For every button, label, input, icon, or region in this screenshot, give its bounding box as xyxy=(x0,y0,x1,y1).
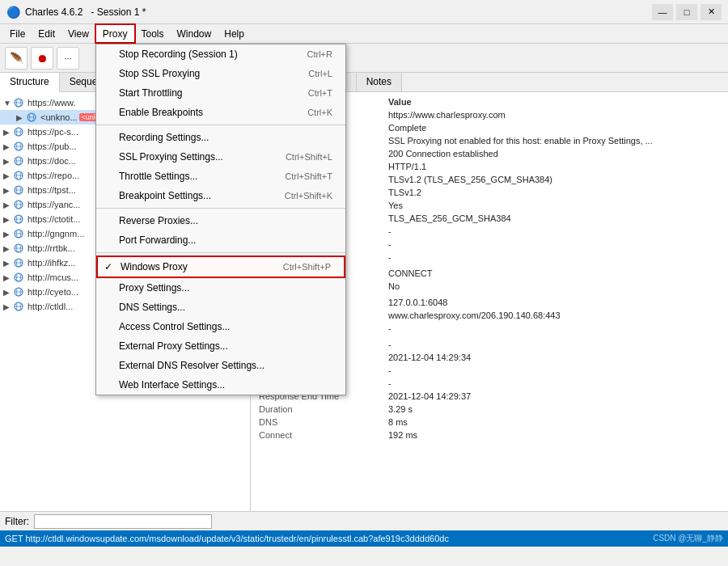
menu-file[interactable]: File xyxy=(3,24,32,43)
title-left: 🔵 Charles 4.6.2 - Session 1 * xyxy=(6,6,146,19)
summary-value: https://www.charlesproxy.com xyxy=(383,108,725,121)
proxy-menu-item-external-proxy[interactable]: External Proxy Settings... xyxy=(96,336,345,356)
menu-item-shortcut: Ctrl+L xyxy=(308,69,332,78)
menu-window[interactable]: Window xyxy=(171,24,218,43)
close-button[interactable]: ✕ xyxy=(700,4,722,20)
summary-value: No xyxy=(383,280,725,293)
tree-item-label: http://gngnm... xyxy=(28,229,84,239)
tree-item-label: https://www. xyxy=(28,98,75,108)
proxy-menu-item-port-forwarding[interactable]: Port Forwarding... xyxy=(96,230,345,250)
proxy-menu-item-recording-settings[interactable]: Recording Settings... xyxy=(96,128,345,147)
summary-row: Duration3.29 s xyxy=(254,403,725,416)
proxy-menu-item-web-interface[interactable]: Web Interface Settings... xyxy=(96,375,345,395)
summary-value: - xyxy=(383,377,725,390)
tab-notes[interactable]: Notes xyxy=(357,73,402,91)
proxy-menu-item-breakpoint-settings[interactable]: Breakpoint Settings...Ctrl+Shift+K xyxy=(96,186,345,205)
tree-item-label: https://doc... xyxy=(28,156,76,166)
tree-item-label: http://cyeto... xyxy=(28,287,78,297)
menu-item-label: Start Throttling xyxy=(119,87,182,99)
summary-row: DNS8 ms xyxy=(254,416,725,429)
status-text: GET http://ctldl.windowsupdate.com/msdow… xyxy=(5,534,449,543)
proxy-menu-item-proxy-settings[interactable]: Proxy Settings... xyxy=(96,278,345,298)
menu-item-label: Stop Recording (Session 1) xyxy=(119,49,238,60)
filter-bar: Filter: xyxy=(0,511,728,530)
filter-input[interactable] xyxy=(34,514,212,529)
globe-icon xyxy=(13,141,24,152)
summary-value: - xyxy=(383,338,725,351)
proxy-menu-item-access-control[interactable]: Access Control Settings... xyxy=(96,317,345,336)
title-bar: 🔵 Charles 4.6.2 - Session 1 * — □ ✕ xyxy=(0,0,728,24)
menu-item-label: External Proxy Settings... xyxy=(119,340,228,352)
menu-tools[interactable]: Tools xyxy=(135,24,171,43)
proxy-menu-item-dns-settings[interactable]: DNS Settings... xyxy=(96,298,345,317)
summary-value: CONNECT xyxy=(383,267,725,280)
menu-separator xyxy=(96,252,345,253)
menu-proxy[interactable]: Proxy xyxy=(95,24,135,43)
misc-button[interactable]: ··· xyxy=(57,47,79,70)
menu-help[interactable]: Help xyxy=(218,24,251,43)
menu-item-label: Stop SSL Proxying xyxy=(119,68,200,79)
summary-value: www.charlesproxy.com/206.190.140.68:443 xyxy=(383,309,725,322)
summary-value: SSL Proxying not enabled for this host: … xyxy=(383,134,725,147)
summary-value: - xyxy=(383,238,725,251)
summary-value: - xyxy=(383,364,725,377)
proxy-menu-item-reverse-proxies[interactable]: Reverse Proxies... xyxy=(96,211,345,230)
summary-key: Connect xyxy=(254,429,383,441)
record-button[interactable]: ⏺ xyxy=(31,47,53,70)
tree-item-label: http://ihfkz... xyxy=(28,258,75,268)
summary-value: - xyxy=(383,251,725,264)
proxy-menu-item-start-throttle[interactable]: Start ThrottlingCtrl+T xyxy=(96,83,345,103)
proxy-menu-item-stop-recording[interactable]: Stop Recording (Session 1)Ctrl+R xyxy=(96,44,345,64)
menu-view[interactable]: View xyxy=(61,24,95,43)
globe-icon xyxy=(13,184,24,196)
menu-bar: File Edit View Proxy Tools Window Help xyxy=(0,24,728,44)
globe-icon xyxy=(13,155,24,167)
menu-item-label: Recording Settings... xyxy=(119,132,209,143)
summary-value: 3.29 s xyxy=(383,403,725,416)
menu-item-label: Reverse Proxies... xyxy=(119,215,198,226)
menu-item-label: DNS Settings... xyxy=(119,302,185,313)
proxy-menu-item-ssl-proxying-settings[interactable]: SSL Proxying Settings...Ctrl+Shift+L xyxy=(96,147,345,167)
menu-item-label: External DNS Resolver Settings... xyxy=(119,360,265,371)
summary-value: TLS_AES_256_GCM_SHA384 xyxy=(383,212,725,225)
menu-edit[interactable]: Edit xyxy=(32,24,61,43)
menu-item-label: Proxy Settings... xyxy=(119,282,189,294)
menu-separator xyxy=(96,125,345,125)
tree-item-label: https://pc-s... xyxy=(28,127,78,137)
summary-value: TLSv1.2 xyxy=(383,186,725,199)
tree-item-label: https://yanc... xyxy=(28,200,80,209)
menu-item-shortcut: Ctrl+Shift+P xyxy=(283,262,331,272)
summary-value: - xyxy=(383,322,725,335)
proxy-menu-item-enable-breakpoints[interactable]: Enable BreakpointsCtrl+K xyxy=(96,103,345,122)
summary-value: TLSv1.2 (TLS_AES_256_GCM_SHA384) xyxy=(383,173,725,186)
menu-item-label: Windows Proxy xyxy=(121,261,188,272)
app-title: Charles 4.6.2 xyxy=(25,6,83,18)
menu-item-shortcut: Ctrl+T xyxy=(308,88,332,98)
summary-value: HTTP/1.1 xyxy=(383,160,725,173)
globe-icon xyxy=(13,199,24,210)
globe-icon xyxy=(13,228,24,239)
status-bar: GET http://ctldl.windowsupdate.com/msdow… xyxy=(0,530,728,547)
summary-value: Yes xyxy=(383,199,725,212)
summary-value: 192 ms xyxy=(383,429,725,441)
proxy-menu-item-stop-ssl[interactable]: Stop SSL ProxyingCtrl+L xyxy=(96,64,345,83)
menu-item-shortcut: Ctrl+Shift+L xyxy=(286,152,332,162)
menu-item-label: Web Interface Settings... xyxy=(119,379,225,391)
tab-structure[interactable]: Structure xyxy=(0,73,60,92)
menu-item-label: Throttle Settings... xyxy=(119,171,197,182)
minimize-button[interactable]: — xyxy=(652,4,673,20)
menu-item-label: Enable Breakpoints xyxy=(119,107,203,118)
proxy-menu-item-windows-proxy[interactable]: Windows ProxyCtrl+Shift+P xyxy=(96,256,345,278)
maximize-button[interactable]: □ xyxy=(676,4,697,20)
globe-icon xyxy=(13,286,24,298)
globe-icon xyxy=(26,112,37,123)
menu-item-label: SSL Proxying Settings... xyxy=(119,151,223,163)
feather-button[interactable]: 🪶 xyxy=(5,47,28,70)
tree-item-label: https://pub... xyxy=(28,142,77,151)
menu-item-label: Breakpoint Settings... xyxy=(119,190,211,201)
proxy-menu-item-external-dns[interactable]: External DNS Resolver Settings... xyxy=(96,356,345,375)
watermark-text: CSDN @无聊_静静 xyxy=(653,533,723,544)
proxy-menu-item-throttle-settings[interactable]: Throttle Settings...Ctrl+Shift+T xyxy=(96,167,345,186)
menu-item-shortcut: Ctrl+K xyxy=(307,108,332,117)
globe-icon xyxy=(13,126,24,137)
